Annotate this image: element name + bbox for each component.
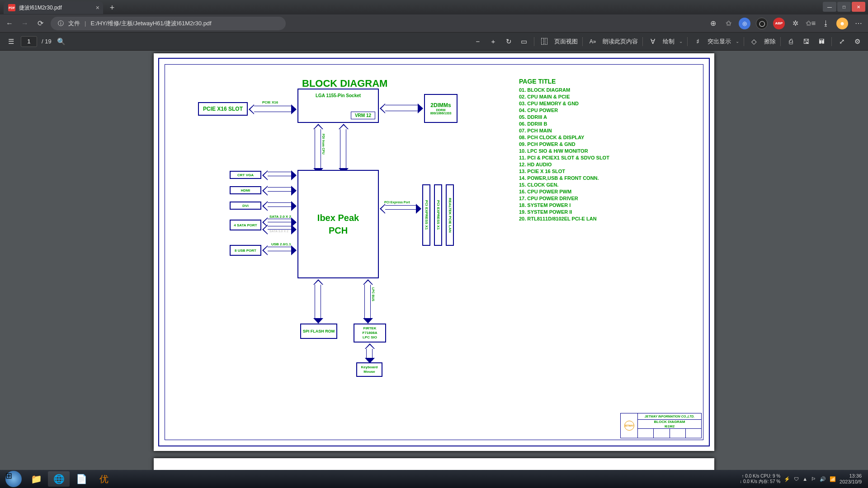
window-maximize-button[interactable]: □ bbox=[837, 2, 851, 12]
favorite-icon[interactable]: ✩ bbox=[723, 19, 733, 28]
pdf-page: BLOCK DIAGRAM LGA 1155-Pin Socket VRM 12… bbox=[154, 53, 714, 451]
url-field[interactable]: ⓘ 文件 | E:/HY/维修/主板/JetwayH61/捷波I61M2r30.… bbox=[51, 17, 286, 30]
tray-volume-icon[interactable]: 🔊 bbox=[820, 476, 826, 482]
ext-icon-1[interactable]: ◎ bbox=[739, 18, 750, 29]
tray-icon-flag[interactable]: 🏳 bbox=[811, 476, 816, 482]
tray-clock[interactable]: 13:362023/10/9 bbox=[840, 473, 862, 485]
read-aloud-label[interactable]: 朗读此页内容 bbox=[603, 38, 638, 46]
page-title-item: 05. DDRIII A bbox=[519, 114, 609, 121]
task-edge[interactable]: 🌐 bbox=[48, 471, 70, 487]
dimms-sub: DDRIII 800/1066/1333 bbox=[426, 108, 456, 115]
arrow-usb bbox=[267, 247, 292, 251]
browser-tab-active[interactable]: PDF 捷波I61M2r30.pdf × bbox=[4, 1, 103, 14]
tray-icon-battery[interactable]: ⚡ bbox=[784, 476, 790, 482]
url-path: E:/HY/维修/主板/JetwayH61/捷波I61M2r30.pdf bbox=[90, 19, 211, 28]
window-titlebar: — □ ✕ bbox=[0, 0, 868, 14]
lbl-usb: USB 2.0/1.1 bbox=[271, 242, 291, 246]
box-pcie-slot: PCIE X16 SLOT bbox=[198, 102, 248, 116]
url-scheme: 文件 bbox=[68, 19, 80, 28]
page-title-item: 13. PCIE X 16 SLOT bbox=[519, 168, 609, 175]
draw-icon[interactable]: ∀ bbox=[647, 36, 658, 47]
fullscreen-icon[interactable]: ⤢ bbox=[836, 36, 847, 47]
tray-icon-shield[interactable]: 🛡 bbox=[794, 476, 799, 482]
highlight-icon[interactable]: ♯ bbox=[692, 36, 703, 47]
rotate-icon[interactable]: ↻ bbox=[503, 36, 514, 47]
nav-back-button[interactable]: ← bbox=[5, 19, 14, 28]
print-icon[interactable]: ⎙ bbox=[785, 36, 796, 47]
page-title-item: 08. PCH CLOCK & DISPLAY bbox=[519, 134, 609, 141]
tb-grid bbox=[638, 429, 701, 438]
lbl-pciex16: PCIE X16 bbox=[262, 100, 278, 104]
page-view-label[interactable]: 页面视图 bbox=[554, 38, 578, 46]
page-title-item: 02. CPU MAIN & PCIE bbox=[519, 94, 609, 100]
sio-1: FIRTEK bbox=[363, 326, 377, 331]
page-title-item: 11. PCI & PCIEX1 SLOT & SDVO SLOT bbox=[519, 155, 609, 161]
save-icon[interactable]: 🖫 bbox=[801, 36, 811, 47]
page-title-item: 04. CPU POWER bbox=[519, 107, 609, 114]
nav-forward-button[interactable]: → bbox=[20, 19, 30, 28]
save-as-icon[interactable]: 🖬 bbox=[816, 36, 827, 47]
read-aloud-icon[interactable]: A» bbox=[587, 36, 598, 47]
downloads-icon[interactable]: ⭳ bbox=[821, 19, 831, 28]
page-title-item: 06. DDRIII B bbox=[519, 121, 609, 127]
browser-tabstrip: PDF 捷波I61M2r30.pdf × + bbox=[4, 1, 118, 14]
box-crt: CRT VGA bbox=[230, 171, 261, 179]
page-number-input[interactable] bbox=[21, 36, 37, 47]
sidebar-toggle-icon[interactable]: ☰ bbox=[5, 36, 16, 47]
dimms-label: 2DIMMs bbox=[430, 102, 451, 108]
favorites-bar-icon[interactable]: ✩≡ bbox=[806, 19, 816, 28]
page-title-item: 14. POWER,USB & FRONT CONN. bbox=[519, 175, 609, 182]
page-title-item: 07. PCH MAIN bbox=[519, 127, 609, 134]
page-view-icon[interactable]: ⿲ bbox=[539, 36, 550, 47]
lbl-lpc-bus: LPC BUS bbox=[372, 287, 375, 301]
arrow-pcie-port bbox=[384, 205, 417, 210]
arrow-pcie bbox=[253, 106, 292, 112]
erase-label[interactable]: 擦除 bbox=[764, 38, 776, 46]
window-close-button[interactable]: ✕ bbox=[852, 2, 865, 12]
tab-close-icon[interactable]: × bbox=[96, 4, 99, 11]
url-divider: | bbox=[85, 20, 86, 27]
zoom-icon[interactable]: ⊕ bbox=[708, 19, 718, 28]
title-block: JETWAY JETWAY INFORMATION CO.,LTD. BLOCK… bbox=[620, 413, 702, 438]
box-sata: 4 SATA PORT bbox=[230, 220, 261, 230]
task-explorer[interactable]: 📁 bbox=[25, 471, 47, 487]
highlight-chevron-icon[interactable]: ⌄ bbox=[736, 39, 739, 44]
extensions-icon[interactable]: ✲ bbox=[790, 19, 800, 28]
box-kbm: Keyboard Mouse bbox=[356, 362, 382, 377]
search-icon[interactable]: 🔍 bbox=[56, 36, 67, 47]
pdf-toolbar: ☰ / 19 🔍 − + ↻ ▭ ⿲ 页面视图 A» 朗读此页内容 ∀ 绘制 ⌄… bbox=[0, 33, 868, 51]
zoom-out-icon[interactable]: − bbox=[472, 36, 483, 47]
nav-refresh-button[interactable]: ⟳ bbox=[35, 19, 45, 28]
jetway-logo: JETWAY bbox=[624, 421, 634, 431]
draw-label[interactable]: 绘制 bbox=[663, 38, 675, 46]
tab-title: 捷波I61M2r30.pdf bbox=[19, 4, 62, 12]
window-minimize-button[interactable]: — bbox=[823, 2, 836, 12]
tray-network-icon[interactable]: 📶 bbox=[830, 476, 836, 482]
erase-icon[interactable]: ◇ bbox=[749, 36, 760, 47]
profile-avatar[interactable]: ☻ bbox=[836, 18, 848, 29]
abp-icon[interactable]: ABP bbox=[773, 18, 785, 29]
draw-chevron-icon[interactable]: ⌄ bbox=[679, 39, 683, 44]
menu-icon[interactable]: ⋯ bbox=[854, 19, 863, 28]
new-tab-button[interactable]: + bbox=[106, 1, 118, 14]
arrow-dvi bbox=[267, 202, 292, 207]
arrow-sata-b bbox=[267, 226, 292, 230]
page-title-item: 03. CPU MEMORY & GND bbox=[519, 100, 609, 107]
highlight-label[interactable]: 突出显示 bbox=[708, 38, 731, 46]
windows-taskbar: ⊞ 📁 🌐 📄 优 ↑ 0.0 K/s CPU: 9 %↓ 0.0 K/s 内存… bbox=[0, 470, 868, 488]
settings-icon[interactable]: ⚙ bbox=[852, 36, 863, 47]
start-button[interactable]: ⊞ bbox=[3, 471, 24, 487]
task-app-1[interactable]: 📄 bbox=[71, 471, 92, 487]
pdf-viewport[interactable]: BLOCK DIAGRAM LGA 1155-Pin Socket VRM 12… bbox=[0, 51, 868, 470]
page-title-item: 12. HD AUDIO bbox=[519, 161, 609, 168]
zoom-in-icon[interactable]: + bbox=[488, 36, 499, 47]
page-title-item: 16. CPU POWER PWM bbox=[519, 188, 609, 195]
task-app-2[interactable]: 优 bbox=[93, 471, 115, 487]
page-title-item: 01. BLOCK DIAGRAM bbox=[519, 87, 609, 94]
system-tray[interactable]: ↑ 0.0 K/s CPU: 9 %↓ 0.0 K/s 内存: 57 % ⚡ 🛡… bbox=[740, 473, 865, 485]
tray-chevron-icon[interactable]: ▲ bbox=[802, 476, 807, 482]
box-lan: REALTEK PCIE LAN bbox=[446, 184, 454, 246]
fit-page-icon[interactable]: ▭ bbox=[519, 36, 529, 47]
ext-icon-2[interactable]: ◯ bbox=[756, 18, 768, 29]
arrow-cpu-pch-r bbox=[340, 128, 346, 169]
